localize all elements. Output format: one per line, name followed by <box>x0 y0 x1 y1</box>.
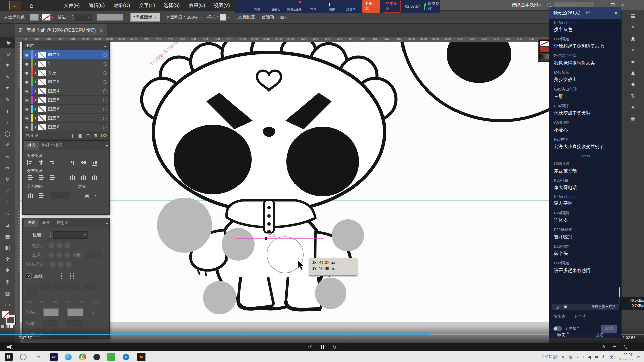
vertical-ruler[interactable] <box>15 42 20 343</box>
more-icon[interactable]: ⋯ <box>634 344 638 349</box>
layer-row-图层 4[interactable]: ◉ ❯ 图层 4 ◯ <box>23 86 109 96</box>
projecting-cap-button[interactable] <box>65 243 70 248</box>
dash-field[interactable] <box>54 284 66 290</box>
align-right-button[interactable] <box>49 160 56 165</box>
layer-row-图层 6[interactable]: ◉ ❯ 图层 6 ◯ <box>23 105 109 114</box>
none-swatch[interactable] <box>539 40 549 46</box>
menu-item[interactable]: 效果(C) <box>184 2 209 9</box>
align-left-button[interactable] <box>27 160 34 165</box>
dash-preset-1[interactable] <box>61 273 71 279</box>
expand-chevron-icon[interactable]: ❯ <box>33 71 38 74</box>
layer-name[interactable]: 图层 1 <box>48 52 59 58</box>
dash-preset-2[interactable] <box>73 273 83 279</box>
expand-chevron-icon[interactable]: ❯ <box>33 107 38 111</box>
tool-button-symbol-sprayer-tool[interactable]: ❉ <box>0 276 15 288</box>
limit-field[interactable] <box>87 252 101 258</box>
workspace-switcher[interactable]: 传统基本功能 <box>512 2 539 8</box>
layer-row-图层 3[interactable]: ◉ ❯ 图层 3 ◯ <box>23 77 109 86</box>
tray-icon-audio-app-icon[interactable]: ♪ <box>582 355 584 359</box>
tool-button-line-segment-tool[interactable]: ∕ <box>0 117 15 128</box>
taskbar-app-icon-task-view[interactable]: ▭ <box>34 353 42 361</box>
stream-button-chat-members[interactable]: 聊天&成员 <box>285 1 304 12</box>
restore-button[interactable]: ❒ <box>608 3 618 7</box>
taskbar-clock[interactable]: 22:07 2022/5/6 <box>618 353 633 361</box>
menu-item[interactable]: 编辑(E) <box>84 2 109 9</box>
layer-target-icon[interactable]: ◯ <box>103 71 107 75</box>
distribute-hcenter-button[interactable] <box>80 175 87 180</box>
expand-chevron-icon[interactable]: ❯ <box>33 116 38 120</box>
weight-stepper[interactable]: ∧∨ <box>48 232 53 238</box>
visibility-eye-icon[interactable]: ◉ <box>23 89 31 93</box>
minimize-button[interactable]: – <box>599 3 608 7</box>
stream-button-audio[interactable]: 音频 <box>248 1 266 12</box>
tool-button-lasso-tool[interactable]: ∿ <box>0 71 15 82</box>
dock-icon-gradient-panel-icon[interactable]: ◗ <box>622 44 644 56</box>
taskbar-app-icon-edge-browser[interactable] <box>65 354 72 360</box>
tab-chat[interactable]: 聊天 <box>557 333 565 338</box>
red-swatch[interactable] <box>539 47 549 53</box>
brush-dropdown[interactable]: • 5 点圆形▾ <box>130 13 160 22</box>
layer-name[interactable]: 图层 4 <box>48 88 59 94</box>
tool-button-gradient-tool[interactable]: ◧ <box>0 242 15 253</box>
taskbar-app-icon-green-app[interactable] <box>107 353 115 361</box>
layer-name[interactable]: 1 <box>48 61 50 66</box>
visibility-eye-icon[interactable]: ◉ <box>23 71 31 75</box>
chat-input-placeholder[interactable]: 快来参与一下互动 <box>553 314 617 319</box>
dock-icon-swatches-panel-icon[interactable]: ▣ <box>622 56 644 67</box>
layer-name[interactable]: 图层 6 <box>48 106 59 112</box>
align-bottom-button[interactable] <box>92 159 97 166</box>
tab-stroke[interactable]: 描边 <box>24 219 39 227</box>
tool-button-mesh-tool[interactable]: ▦ <box>0 231 15 242</box>
search-icon[interactable] <box>547 3 551 7</box>
taskbar-app-icon-dingtalk[interactable]: D <box>123 354 129 360</box>
gap-field[interactable] <box>40 284 52 290</box>
menu-item[interactable]: 文件(F) <box>59 2 84 9</box>
stream-button-share[interactable]: 新共享 <box>341 1 360 12</box>
font-size-button[interactable]: A⁺ <box>586 11 590 15</box>
panel-menu-icon[interactable]: ≡ <box>105 143 108 148</box>
spacing-value-field[interactable] <box>51 192 69 199</box>
tool-button-free-transform-tool[interactable]: ▱ <box>0 208 15 219</box>
notification-center-icon[interactable]: ▭ <box>637 355 641 359</box>
expand-chevron-icon[interactable]: ❯ <box>33 125 38 129</box>
expand-chevron-icon[interactable]: ❯ <box>33 80 38 83</box>
layer-name[interactable]: 图层 8 <box>48 124 59 130</box>
tool-button-eyedropper-tool[interactable]: ✜ <box>0 253 15 265</box>
stream-button-cast[interactable]: 投屏 <box>323 1 341 12</box>
tool-button-magic-wand-tool[interactable]: ✶ <box>0 60 15 71</box>
layers-footer-icon-make-mask-icon[interactable]: ▣ <box>78 133 82 138</box>
send-button[interactable]: 发送 <box>601 325 617 333</box>
gap-field[interactable] <box>68 284 80 290</box>
butt-cap-button[interactable] <box>49 243 54 248</box>
more-options-icon[interactable]: › <box>200 15 202 20</box>
tab-transparency[interactable]: 透明度 <box>53 219 72 227</box>
forward-30-button[interactable]: ↻30 <box>332 344 336 350</box>
arrange-icon[interactable]: ▦ <box>280 15 284 20</box>
arrow-end-dropdown[interactable] <box>67 308 83 316</box>
panel-menu-icon[interactable]: ≡ <box>105 220 108 225</box>
distribute-top-button[interactable] <box>28 174 33 181</box>
tool-button-width-tool[interactable]: ≈ <box>0 196 15 208</box>
horizontal-spacing-button[interactable] <box>39 192 44 199</box>
close-button[interactable]: ✕ <box>618 3 627 7</box>
dock-icon-appearance-panel-icon[interactable]: ☀ <box>622 101 644 113</box>
tool-button-rotate-tool[interactable]: ↻ <box>0 174 15 185</box>
layer-target-icon[interactable]: ◯ <box>103 98 107 102</box>
tab-align[interactable]: 对齐 <box>24 141 39 150</box>
panel-menu-icon[interactable]: ≡ <box>104 43 107 48</box>
expand-chevron-icon[interactable]: ❯ <box>33 98 38 102</box>
expand-chevron-icon[interactable]: ❯ <box>33 89 38 93</box>
image-icon[interactable]: ▣ <box>563 304 567 309</box>
layer-target-icon[interactable]: ◯ <box>103 107 107 111</box>
taskbar-app-icon-after-effects[interactable]: Ae <box>50 353 58 361</box>
menu-item[interactable]: 文字(T) <box>135 2 159 9</box>
bevel-join-button[interactable] <box>65 253 70 257</box>
vertical-spacing-button[interactable] <box>27 193 34 198</box>
tool-button-direct-selection-tool[interactable]: ▷ <box>0 48 15 60</box>
distribute-bottom-button[interactable] <box>50 174 55 181</box>
layers-footer-icon-new-layer-icon[interactable]: ⊞ <box>94 133 97 138</box>
swap-arrows-icon[interactable]: ⇌ <box>92 310 95 315</box>
chevron-down-icon[interactable]: ▾ <box>285 16 287 19</box>
dock-icon-scroll-panel-icon[interactable]: ⇅ <box>622 90 644 101</box>
align-center-button[interactable] <box>38 160 45 165</box>
